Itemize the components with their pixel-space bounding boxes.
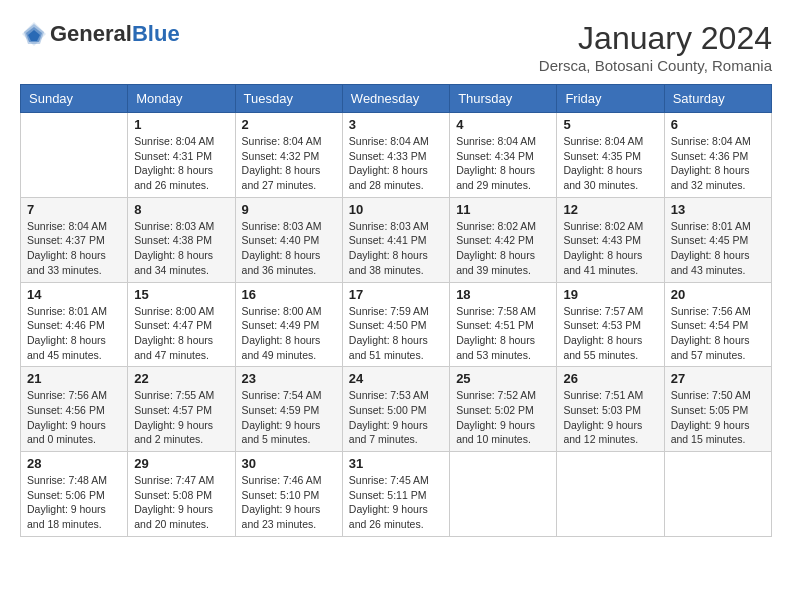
logo-icon — [20, 20, 48, 48]
day-number: 14 — [27, 287, 121, 302]
calendar-cell: 17Sunrise: 7:59 AM Sunset: 4:50 PM Dayli… — [342, 282, 449, 367]
day-info: Sunrise: 7:47 AM Sunset: 5:08 PM Dayligh… — [134, 473, 228, 532]
calendar-cell: 2Sunrise: 8:04 AM Sunset: 4:32 PM Daylig… — [235, 113, 342, 198]
day-info: Sunrise: 8:02 AM Sunset: 4:43 PM Dayligh… — [563, 219, 657, 278]
calendar-cell: 20Sunrise: 7:56 AM Sunset: 4:54 PM Dayli… — [664, 282, 771, 367]
day-number: 30 — [242, 456, 336, 471]
day-number: 6 — [671, 117, 765, 132]
day-number: 7 — [27, 202, 121, 217]
calendar-cell: 5Sunrise: 8:04 AM Sunset: 4:35 PM Daylig… — [557, 113, 664, 198]
title-block: January 2024 Dersca, Botosani County, Ro… — [539, 20, 772, 74]
calendar-header-row: SundayMondayTuesdayWednesdayThursdayFrid… — [21, 85, 772, 113]
header-tuesday: Tuesday — [235, 85, 342, 113]
logo-general-text: General — [50, 21, 132, 46]
calendar-cell: 19Sunrise: 7:57 AM Sunset: 4:53 PM Dayli… — [557, 282, 664, 367]
day-info: Sunrise: 7:52 AM Sunset: 5:02 PM Dayligh… — [456, 388, 550, 447]
day-number: 17 — [349, 287, 443, 302]
day-info: Sunrise: 7:53 AM Sunset: 5:00 PM Dayligh… — [349, 388, 443, 447]
day-number: 27 — [671, 371, 765, 386]
calendar-cell: 23Sunrise: 7:54 AM Sunset: 4:59 PM Dayli… — [235, 367, 342, 452]
day-info: Sunrise: 8:04 AM Sunset: 4:36 PM Dayligh… — [671, 134, 765, 193]
day-number: 2 — [242, 117, 336, 132]
calendar-week-5: 28Sunrise: 7:48 AM Sunset: 5:06 PM Dayli… — [21, 452, 772, 537]
day-number: 11 — [456, 202, 550, 217]
day-number: 24 — [349, 371, 443, 386]
day-info: Sunrise: 8:02 AM Sunset: 4:42 PM Dayligh… — [456, 219, 550, 278]
day-info: Sunrise: 7:59 AM Sunset: 4:50 PM Dayligh… — [349, 304, 443, 363]
header-thursday: Thursday — [450, 85, 557, 113]
day-info: Sunrise: 8:03 AM Sunset: 4:40 PM Dayligh… — [242, 219, 336, 278]
day-info: Sunrise: 7:58 AM Sunset: 4:51 PM Dayligh… — [456, 304, 550, 363]
day-number: 13 — [671, 202, 765, 217]
calendar-cell: 30Sunrise: 7:46 AM Sunset: 5:10 PM Dayli… — [235, 452, 342, 537]
day-number: 5 — [563, 117, 657, 132]
day-info: Sunrise: 7:54 AM Sunset: 4:59 PM Dayligh… — [242, 388, 336, 447]
calendar-cell: 11Sunrise: 8:02 AM Sunset: 4:42 PM Dayli… — [450, 197, 557, 282]
day-info: Sunrise: 7:57 AM Sunset: 4:53 PM Dayligh… — [563, 304, 657, 363]
calendar-week-2: 7Sunrise: 8:04 AM Sunset: 4:37 PM Daylig… — [21, 197, 772, 282]
calendar-cell: 13Sunrise: 8:01 AM Sunset: 4:45 PM Dayli… — [664, 197, 771, 282]
calendar-cell: 4Sunrise: 8:04 AM Sunset: 4:34 PM Daylig… — [450, 113, 557, 198]
calendar-cell: 25Sunrise: 7:52 AM Sunset: 5:02 PM Dayli… — [450, 367, 557, 452]
calendar-cell: 7Sunrise: 8:04 AM Sunset: 4:37 PM Daylig… — [21, 197, 128, 282]
day-info: Sunrise: 8:04 AM Sunset: 4:33 PM Dayligh… — [349, 134, 443, 193]
day-info: Sunrise: 7:50 AM Sunset: 5:05 PM Dayligh… — [671, 388, 765, 447]
calendar-cell — [21, 113, 128, 198]
day-number: 4 — [456, 117, 550, 132]
calendar-cell: 1Sunrise: 8:04 AM Sunset: 4:31 PM Daylig… — [128, 113, 235, 198]
calendar-cell: 26Sunrise: 7:51 AM Sunset: 5:03 PM Dayli… — [557, 367, 664, 452]
calendar-cell: 28Sunrise: 7:48 AM Sunset: 5:06 PM Dayli… — [21, 452, 128, 537]
day-number: 18 — [456, 287, 550, 302]
calendar-body: 1Sunrise: 8:04 AM Sunset: 4:31 PM Daylig… — [21, 113, 772, 537]
calendar-cell: 12Sunrise: 8:02 AM Sunset: 4:43 PM Dayli… — [557, 197, 664, 282]
month-title: January 2024 — [539, 20, 772, 57]
day-info: Sunrise: 7:56 AM Sunset: 4:56 PM Dayligh… — [27, 388, 121, 447]
calendar-cell: 22Sunrise: 7:55 AM Sunset: 4:57 PM Dayli… — [128, 367, 235, 452]
day-info: Sunrise: 8:03 AM Sunset: 4:38 PM Dayligh… — [134, 219, 228, 278]
calendar-cell: 10Sunrise: 8:03 AM Sunset: 4:41 PM Dayli… — [342, 197, 449, 282]
day-info: Sunrise: 8:01 AM Sunset: 4:45 PM Dayligh… — [671, 219, 765, 278]
calendar-week-3: 14Sunrise: 8:01 AM Sunset: 4:46 PM Dayli… — [21, 282, 772, 367]
calendar-table: SundayMondayTuesdayWednesdayThursdayFrid… — [20, 84, 772, 537]
day-info: Sunrise: 8:04 AM Sunset: 4:34 PM Dayligh… — [456, 134, 550, 193]
day-number: 12 — [563, 202, 657, 217]
day-info: Sunrise: 8:04 AM Sunset: 4:32 PM Dayligh… — [242, 134, 336, 193]
day-number: 15 — [134, 287, 228, 302]
calendar-cell: 21Sunrise: 7:56 AM Sunset: 4:56 PM Dayli… — [21, 367, 128, 452]
header-sunday: Sunday — [21, 85, 128, 113]
day-info: Sunrise: 8:04 AM Sunset: 4:31 PM Dayligh… — [134, 134, 228, 193]
day-info: Sunrise: 7:46 AM Sunset: 5:10 PM Dayligh… — [242, 473, 336, 532]
day-number: 23 — [242, 371, 336, 386]
day-number: 3 — [349, 117, 443, 132]
calendar-cell: 16Sunrise: 8:00 AM Sunset: 4:49 PM Dayli… — [235, 282, 342, 367]
calendar-cell — [557, 452, 664, 537]
day-info: Sunrise: 8:04 AM Sunset: 4:37 PM Dayligh… — [27, 219, 121, 278]
day-info: Sunrise: 7:55 AM Sunset: 4:57 PM Dayligh… — [134, 388, 228, 447]
day-number: 26 — [563, 371, 657, 386]
calendar-cell: 31Sunrise: 7:45 AM Sunset: 5:11 PM Dayli… — [342, 452, 449, 537]
header-friday: Friday — [557, 85, 664, 113]
day-number: 9 — [242, 202, 336, 217]
day-number: 16 — [242, 287, 336, 302]
day-number: 20 — [671, 287, 765, 302]
day-number: 28 — [27, 456, 121, 471]
logo-blue-text: Blue — [132, 21, 180, 46]
day-info: Sunrise: 8:00 AM Sunset: 4:49 PM Dayligh… — [242, 304, 336, 363]
calendar-cell: 24Sunrise: 7:53 AM Sunset: 5:00 PM Dayli… — [342, 367, 449, 452]
day-number: 1 — [134, 117, 228, 132]
day-info: Sunrise: 7:45 AM Sunset: 5:11 PM Dayligh… — [349, 473, 443, 532]
day-number: 21 — [27, 371, 121, 386]
calendar-cell: 9Sunrise: 8:03 AM Sunset: 4:40 PM Daylig… — [235, 197, 342, 282]
calendar-cell: 3Sunrise: 8:04 AM Sunset: 4:33 PM Daylig… — [342, 113, 449, 198]
day-number: 29 — [134, 456, 228, 471]
calendar-cell: 14Sunrise: 8:01 AM Sunset: 4:46 PM Dayli… — [21, 282, 128, 367]
day-number: 22 — [134, 371, 228, 386]
header-wednesday: Wednesday — [342, 85, 449, 113]
calendar-week-4: 21Sunrise: 7:56 AM Sunset: 4:56 PM Dayli… — [21, 367, 772, 452]
day-number: 10 — [349, 202, 443, 217]
calendar-week-1: 1Sunrise: 8:04 AM Sunset: 4:31 PM Daylig… — [21, 113, 772, 198]
day-number: 19 — [563, 287, 657, 302]
page-header: GeneralBlue January 2024 Dersca, Botosan… — [20, 20, 772, 74]
day-info: Sunrise: 7:56 AM Sunset: 4:54 PM Dayligh… — [671, 304, 765, 363]
day-info: Sunrise: 8:03 AM Sunset: 4:41 PM Dayligh… — [349, 219, 443, 278]
